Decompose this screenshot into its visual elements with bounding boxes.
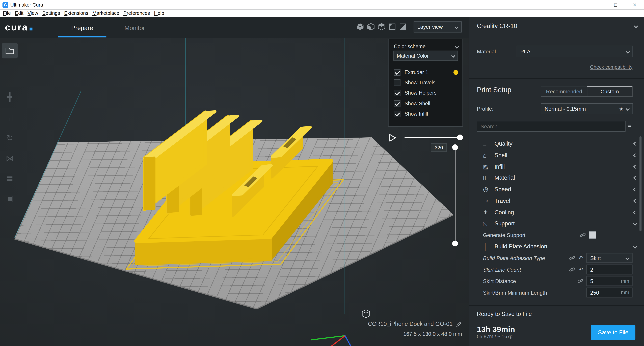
extruder1-label: Extruder 1 [404,70,428,75]
category-cooling[interactable]: ∗ Cooling [469,207,644,218]
custom-mode-button[interactable]: Custom [587,86,632,96]
color-scheme-dropdown[interactable]: Material Color [394,51,458,61]
extruder1-color-swatch [454,70,458,75]
skirt-line-count-input[interactable] [587,266,632,273]
layer-slider-track[interactable] [455,147,456,244]
layer-view-panel: Color scheme Material Color Extruder 1 [388,39,463,127]
chevron-left-icon [633,199,637,203]
menu-preferences[interactable]: Preferences [121,10,152,16]
menu-marketplace[interactable]: Marketplace [90,10,122,16]
quality-icon: ≡ [483,140,494,147]
star-icon[interactable]: ★ [619,106,623,112]
cura-app-icon: C [2,2,8,8]
section-divider [469,78,644,79]
path-slider-track[interactable] [404,137,460,138]
rotate-tool-button[interactable]: ↻ [0,131,20,145]
menu-help[interactable]: Help [152,10,166,16]
settings-menu-icon[interactable]: ≡ [628,121,632,130]
move-tool-button[interactable]: ╋ [0,90,20,104]
chevron-left-icon [633,210,637,214]
open-file-button[interactable] [2,43,18,58]
maximize-button[interactable]: □ [606,0,625,10]
reset-icon[interactable]: ↶ [578,255,583,261]
profile-value: Normal - 0.15mm [544,106,586,112]
category-build-plate-adhesion[interactable]: ┼ Build Plate Adhesion [469,241,644,252]
view-mode-dropdown[interactable]: Layer view [414,21,462,32]
printer-selector-chevron-icon[interactable] [634,24,638,28]
play-button[interactable] [388,134,397,142]
skirt-brim-min-length-input[interactable] [587,289,621,296]
adhesion-type-dropdown[interactable]: Skirt [586,253,632,263]
adhesion-type-row: Build Plate Adhesion Type ↶ Skirt [469,252,644,264]
model-3d[interactable] [136,111,331,264]
show-shell-checkbox[interactable] [394,100,400,107]
menu-edit[interactable]: Edit [13,10,26,16]
front-view-icon[interactable] [367,23,374,30]
search-box[interactable] [477,121,626,132]
pencil-icon[interactable] [456,321,462,327]
reset-icon[interactable]: ↶ [578,266,583,273]
category-shell[interactable]: ⌂ Shell [469,149,644,161]
close-button[interactable]: × [625,0,644,10]
chevron-down-icon [454,25,458,29]
settings-scrollbar[interactable] [640,136,642,231]
chevron-down-icon [626,49,630,53]
per-model-settings-button[interactable]: ≣ [0,171,20,185]
save-to-file-button[interactable]: Save to File [591,325,635,340]
category-infill[interactable]: ▨ Infill [469,161,644,172]
chevron-left-icon [633,142,637,146]
right-view-icon[interactable] [399,23,406,30]
mirror-tool-button[interactable]: ⋈ [0,151,20,165]
left-view-icon[interactable] [388,23,396,30]
menu-bar: File Edit View Settings Extensions Marke… [0,10,644,17]
menu-file[interactable]: File [1,10,13,16]
skirt-distance-row: Skirt Distance mm [469,275,644,287]
unit-label: mm [621,290,632,295]
minimize-button[interactable]: — [587,0,606,10]
top-view-icon[interactable] [378,23,385,30]
3d-viewport[interactable]: cura Prepare Monitor [0,17,468,346]
title-bar: C Ultimaker Cura — □ × [0,0,644,10]
extruder1-checkbox[interactable] [394,69,400,76]
setup-mode-toggle: Recommended Custom [541,86,633,97]
chevron-down-icon [633,244,637,248]
iso-view-icon[interactable] [356,23,364,30]
show-infill-row: Show Infill [394,110,458,118]
layer-slider-bottom-handle[interactable] [452,241,458,246]
window-title: Ultimaker Cura [10,2,43,8]
link-icon [569,255,575,261]
show-infill-checkbox[interactable] [394,111,400,117]
category-material[interactable]: ||| Material [469,172,644,184]
path-slider-handle[interactable] [457,134,463,140]
show-travels-label: Show Travels [404,80,435,85]
show-travels-checkbox[interactable] [394,79,400,86]
layer-slider-top-handle[interactable] [452,144,458,150]
tab-prepare[interactable]: Prepare [58,17,106,38]
profile-dropdown[interactable]: Normal - 0.15mm ★ [541,103,633,114]
color-scheme-row[interactable]: Color scheme [394,42,458,51]
generate-support-checkbox[interactable] [589,231,596,239]
category-travel[interactable]: ⇢ Travel [469,195,644,207]
check-compatibility-link[interactable]: Check compatibility [590,64,632,70]
skirt-brim-min-length-row: Skirt/Brim Minimum Length mm [469,287,644,298]
show-helpers-checkbox[interactable] [394,90,400,96]
menu-extensions[interactable]: Extensions [62,10,90,16]
cura-logo: cura [5,22,32,33]
skirt-distance-input[interactable] [587,278,621,284]
recommended-mode-button[interactable]: Recommended [541,86,587,96]
menu-settings[interactable]: Settings [40,10,62,16]
search-input[interactable] [477,123,625,129]
material-dropdown[interactable]: PLA [517,46,633,57]
tab-monitor[interactable]: Monitor [119,17,150,38]
category-quality[interactable]: ≡ Quality [469,138,644,149]
show-travels-row: Show Travels [394,79,458,87]
menu-view[interactable]: View [26,10,40,16]
category-support[interactable]: ◺ Support [469,218,644,229]
layer-value-badge: 320 [431,143,447,152]
show-helpers-label: Show Helpers [404,90,436,96]
support-blocker-button[interactable]: ▣ [0,191,20,205]
active-tab-underline [58,36,106,38]
category-speed[interactable]: ◷ Speed [469,184,644,195]
skirt-line-count-field [586,265,632,274]
scale-tool-button[interactable]: ◱ [0,110,20,124]
